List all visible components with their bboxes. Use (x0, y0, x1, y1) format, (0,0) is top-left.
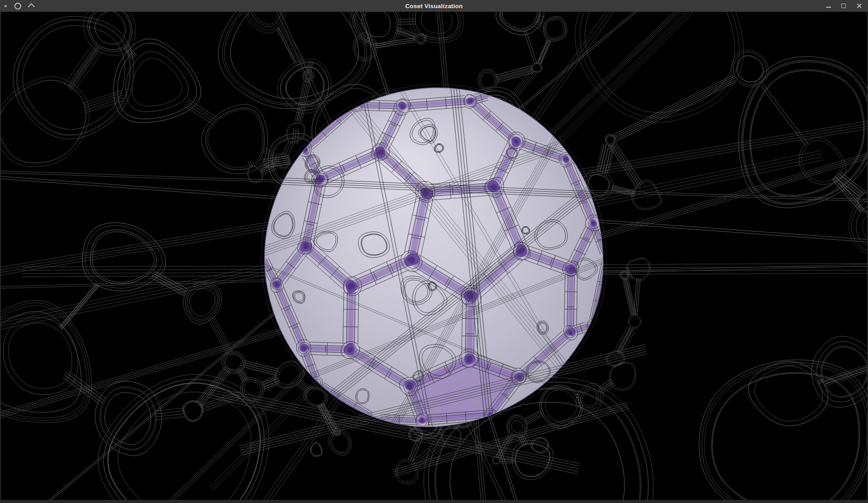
close-button[interactable] (855, 2, 863, 9)
maximize-icon (841, 4, 846, 8)
titlebar: Coset Visualization (0, 0, 868, 12)
maximize-button[interactable] (840, 2, 847, 9)
visualization-canvas[interactable] (1, 12, 867, 500)
app-window: Coset Visualization (0, 0, 868, 503)
window-title: Coset Visualization (0, 3, 868, 9)
window-frame-bottom (0, 500, 868, 503)
window-controls (825, 0, 863, 12)
viewport (0, 12, 868, 500)
minimize-button[interactable] (825, 2, 832, 9)
close-icon (856, 3, 862, 9)
minimize-icon (826, 7, 831, 8)
